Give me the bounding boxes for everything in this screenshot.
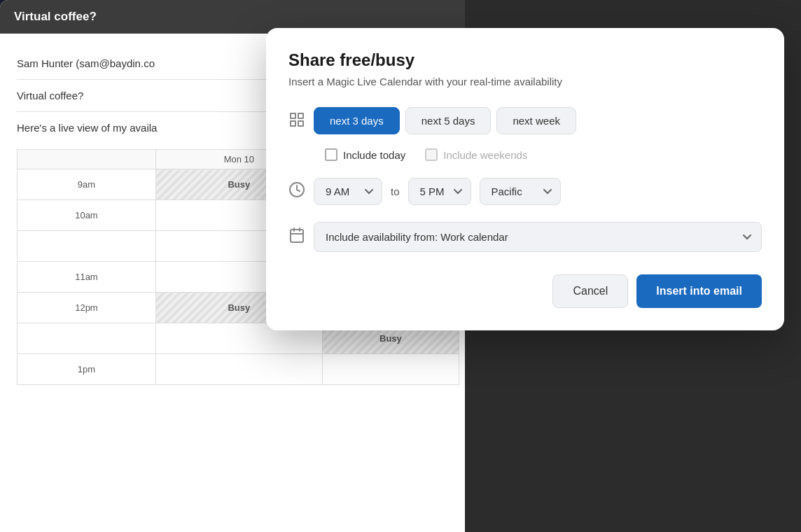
include-today-box[interactable]	[325, 148, 337, 161]
table-row: 1pm	[18, 354, 459, 385]
calendar-grid-icon	[288, 111, 305, 131]
svg-rect-0	[291, 113, 295, 118]
svg-rect-5	[291, 230, 303, 242]
action-row: Cancel Insert into email	[288, 274, 762, 308]
include-weekends-box	[425, 148, 438, 161]
to-label: to	[391, 186, 400, 197]
day-buttons: next 3 days next 5 days next week	[314, 107, 576, 134]
checkboxes-row: Include today Include weekends	[325, 148, 762, 161]
availability-row: Include availability from: Work calendar…	[288, 222, 762, 252]
insert-into-email-button[interactable]: Insert into email	[636, 274, 762, 308]
include-weekends-checkbox: Include weekends	[425, 148, 527, 161]
timezone-select[interactable]: Pacific Mountain Central Eastern	[480, 178, 561, 205]
next-3-days-button[interactable]: next 3 days	[314, 107, 400, 134]
end-time-select[interactable]: 5 PM 4 PM 6 PM	[408, 178, 471, 205]
include-today-label: Include today	[343, 149, 405, 161]
col-header-time	[18, 150, 156, 169]
cancel-button[interactable]: Cancel	[552, 274, 628, 308]
availability-calendar-select[interactable]: Include availability from: Work calendar…	[314, 222, 762, 252]
include-today-checkbox[interactable]: Include today	[325, 148, 405, 161]
modal-dialog: Share free/busy Insert a Magic Live Cale…	[266, 28, 784, 330]
start-time-select[interactable]: 9 AM 8 AM 10 AM	[314, 178, 382, 205]
time-row: 9 AM 8 AM 10 AM to 5 PM 4 PM 6 PM Pacifi…	[288, 178, 762, 205]
day-options-row: next 3 days next 5 days next week	[288, 107, 762, 134]
calendar-icon	[288, 227, 305, 248]
modal-title: Share free/busy	[288, 50, 762, 70]
clock-icon	[288, 181, 305, 202]
modal-subtitle: Insert a Magic Live Calendar with your r…	[288, 76, 762, 88]
svg-rect-2	[291, 121, 295, 126]
email-header-title: Virtual coffee?	[14, 10, 97, 23]
svg-rect-1	[298, 113, 303, 118]
svg-rect-3	[298, 121, 303, 126]
include-weekends-label: Include weekends	[443, 149, 527, 161]
next-week-button[interactable]: next week	[496, 107, 576, 134]
next-5-days-button[interactable]: next 5 days	[405, 107, 492, 134]
